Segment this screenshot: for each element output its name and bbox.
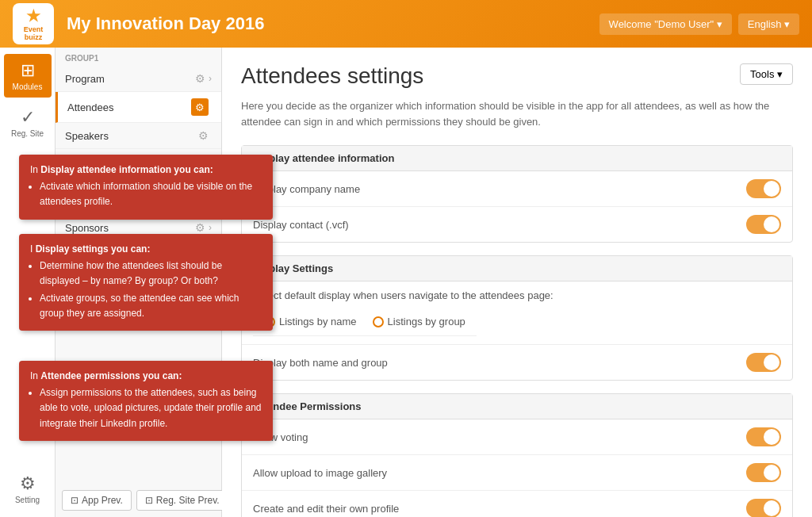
- group2-label: GROUP2: [56, 197, 221, 215]
- header-right: Welcome "Demo User" ▾ English ▾: [599, 13, 799, 35]
- display-company-row: Display company name: [242, 171, 792, 207]
- sidebar-item-reg-site[interactable]: ✓ Reg. Site: [4, 101, 52, 144]
- radio-listings-by-group[interactable]: Listings by group: [373, 316, 465, 327]
- radio-row: Select default display when users naviga…: [242, 281, 792, 345]
- allow-upload-row: Allow upload to image gallery: [242, 455, 792, 491]
- attendee-permissions-section: Attendee Permissions Allow voting Allow …: [241, 393, 793, 517]
- display-settings-header: Display Settings: [242, 256, 792, 281]
- page-title-header: My Innovation Day 2016: [67, 13, 599, 34]
- logo-line1: Event: [24, 25, 44, 33]
- radio-group-label: Listings by group: [388, 316, 465, 327]
- radio-dot-group: [373, 316, 384, 327]
- group1-label: GROUP1: [56, 48, 221, 66]
- reg-site-icon: ✓: [21, 107, 35, 128]
- radio-listings-by-name[interactable]: Listings by name: [264, 316, 357, 327]
- nav-speakers-label: Speakers: [65, 130, 198, 142]
- display-company-toggle[interactable]: [746, 179, 781, 198]
- allow-voting-toggle[interactable]: [746, 427, 781, 446]
- allow-upload-label: Allow upload to image gallery: [253, 467, 746, 479]
- sponsors-arrow-icon: ›: [209, 222, 212, 233]
- display-contact-toggle[interactable]: [746, 215, 781, 234]
- icon-sidebar: ⊞ Modules ✓ Reg. Site ⚙ Setting: [0, 48, 56, 517]
- display-both-label: Display both name and group: [253, 357, 746, 369]
- nav-program-label: Program: [65, 73, 195, 85]
- attendee-permissions-header: Attendee Permissions: [242, 394, 792, 419]
- modules-icon: ⊞: [21, 60, 35, 81]
- welcome-button[interactable]: Welcome "Demo User" ▾: [599, 13, 732, 35]
- app-prev-label: App Prev.: [82, 495, 123, 506]
- app-prev-button[interactable]: ⊡ App Prev.: [62, 490, 132, 511]
- nav-item-speakers[interactable]: Speakers ⚙: [56, 123, 221, 149]
- page-title: Attendees settings: [241, 63, 423, 89]
- logo-line2: buizz: [25, 33, 43, 41]
- display-info-header: Display attendee information: [242, 146, 792, 171]
- display-contact-label: Display contact (.vcf): [253, 219, 746, 231]
- sidebar-item-modules-label: Modules: [13, 82, 43, 91]
- allow-upload-toggle[interactable]: [746, 463, 781, 482]
- nav-attendees-label: Attendees: [67, 101, 191, 113]
- program-arrow-icon: ›: [209, 73, 212, 84]
- reg-site-prev-label: Reg. Site Prev.: [156, 495, 220, 506]
- radio-description: Select default display when users naviga…: [253, 289, 553, 301]
- create-profile-toggle[interactable]: [746, 499, 781, 517]
- main-layout: ⊞ Modules ✓ Reg. Site ⚙ Setting GROUP1 P…: [0, 48, 812, 517]
- attendees-gear-icon: ⚙: [191, 98, 209, 116]
- display-contact-row: Display contact (.vcf): [242, 207, 792, 242]
- speakers-gear-icon: ⚙: [198, 129, 209, 142]
- program-gear-icon: ⚙: [195, 72, 205, 85]
- page-description: Here you decide as the organizer which i…: [241, 98, 793, 129]
- radio-dot-name: [264, 316, 275, 327]
- display-both-row: Display both name and group: [242, 345, 792, 380]
- create-profile-label: Create and edit their own profile: [253, 503, 746, 515]
- radio-group: Listings by name Listings by group: [253, 308, 477, 336]
- reg-site-prev-icon: ⊡: [145, 495, 153, 506]
- logo-star: ★: [26, 6, 40, 25]
- reg-site-prev-button[interactable]: ⊡ Reg. Site Prev.: [136, 490, 222, 511]
- display-company-label: Display company name: [253, 183, 746, 195]
- allow-voting-label: Allow voting: [253, 431, 746, 443]
- allow-voting-row: Allow voting: [242, 419, 792, 455]
- content-area: Attendees settings Tools ▾ Here you deci…: [222, 48, 812, 517]
- sidebar-item-setting-label: Setting: [15, 496, 40, 504]
- tools-button[interactable]: Tools ▾: [740, 63, 793, 85]
- sponsors-gear-icon: ⚙: [195, 221, 205, 234]
- display-settings-section: Display Settings Select default display …: [241, 255, 793, 381]
- nav-sponsors-label: Sponsors: [65, 222, 195, 234]
- app-prev-icon: ⊡: [71, 495, 79, 506]
- radio-name-label: Listings by name: [279, 316, 357, 327]
- nav-item-attendees[interactable]: Attendees ⚙: [56, 92, 221, 123]
- nav-item-sponsors[interactable]: Sponsors ⚙ ›: [56, 215, 221, 241]
- page-header: Attendees settings Tools ▾: [241, 63, 793, 89]
- sidebar-item-modules[interactable]: ⊞ Modules: [4, 54, 52, 98]
- nav-menu: GROUP1 Program ⚙ › Attendees ⚙ Speakers …: [56, 48, 222, 517]
- sidebar-item-reg-label: Reg. Site: [11, 129, 44, 138]
- nav-item-program[interactable]: Program ⚙ ›: [56, 66, 221, 92]
- display-both-toggle[interactable]: [746, 353, 781, 372]
- app-logo: ★ Event buizz: [13, 3, 54, 44]
- app-header: ★ Event buizz My Innovation Day 2016 Wel…: [0, 0, 812, 48]
- language-button[interactable]: English ▾: [738, 13, 799, 35]
- display-info-section: Display attendee information Display com…: [241, 145, 793, 243]
- sidebar-item-setting[interactable]: ⚙ Setting: [4, 467, 52, 511]
- create-profile-row: Create and edit their own profile: [242, 491, 792, 517]
- setting-icon: ⚙: [20, 473, 36, 494]
